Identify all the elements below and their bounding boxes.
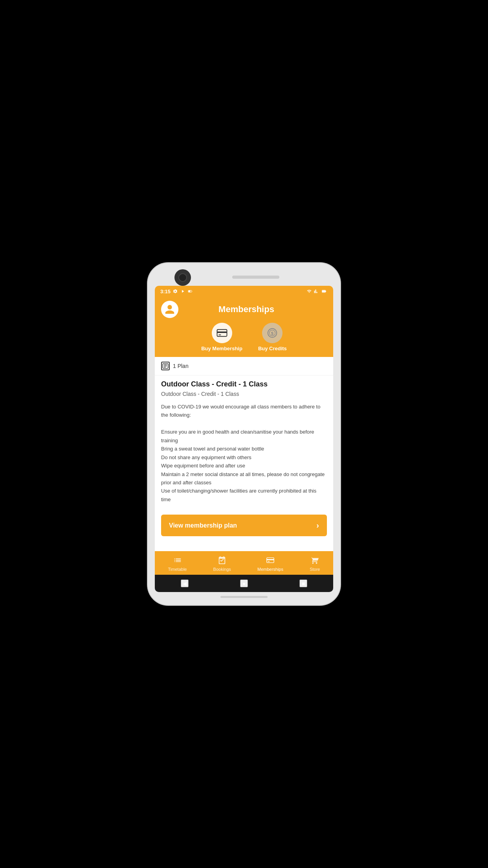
status-bar: 3:15 <box>155 286 333 297</box>
nav-item-bookings[interactable]: Bookings <box>213 555 231 572</box>
buy-membership-label: Buy Membership <box>201 346 242 351</box>
avatar[interactable] <box>161 301 178 318</box>
home-button[interactable]: ● <box>240 579 248 587</box>
recents-button[interactable]: ■ <box>299 579 307 587</box>
view-plan-button-label: View membership plan <box>169 522 237 529</box>
buy-credits-icon-circle: $ <box>262 323 283 343</box>
nav-item-timetable[interactable]: Timetable <box>168 555 187 572</box>
membership-subtitle: Outdoor Class - Credit - 1 Class <box>161 391 327 397</box>
bottom-indicator <box>220 596 268 598</box>
bookings-icon <box>217 555 227 565</box>
header-top: Memberships <box>161 301 327 318</box>
desc-line-5: Maintain a 2 meter social distance at al… <box>161 470 327 487</box>
svg-rect-17 <box>267 559 274 560</box>
desc-line-0: Due to COVID-19 we would encourage all c… <box>161 403 327 419</box>
plan-badge: 1 Plan <box>155 357 333 375</box>
back-button[interactable]: ◀ <box>181 579 189 587</box>
status-time: 3:15 <box>160 289 171 294</box>
nav-item-store[interactable]: Store <box>310 555 320 572</box>
main-content: 1 Plan Outdoor Class - Credit - 1 Class … <box>155 357 333 551</box>
memberships-nav-label: Memberships <box>257 567 283 572</box>
svg-rect-2 <box>189 291 191 292</box>
svg-rect-5 <box>322 291 325 292</box>
view-membership-plan-button[interactable]: View membership plan › <box>161 515 327 536</box>
phone-screen: 3:15 <box>155 286 333 592</box>
svg-rect-18 <box>268 561 270 562</box>
page-header: Memberships Buy Membership <box>155 297 333 357</box>
buy-membership-icon-circle <box>212 323 232 343</box>
buy-membership-button[interactable]: Buy Membership <box>201 323 242 351</box>
status-left: 3:15 <box>160 289 193 294</box>
svg-rect-1 <box>192 291 192 292</box>
desc-line-2: Bring a sweat towel and personal water b… <box>161 445 327 453</box>
plan-count-icon <box>161 362 170 370</box>
svg-text:$: $ <box>271 331 274 336</box>
bottom-navigation: Timetable Bookings Membe <box>155 551 333 575</box>
timetable-icon <box>172 555 183 565</box>
svg-rect-4 <box>326 291 327 292</box>
view-plan-chevron-icon: › <box>316 521 319 530</box>
system-navigation: ◀ ● ■ <box>155 575 333 592</box>
timetable-nav-label: Timetable <box>168 567 187 572</box>
membership-description: Due to COVID-19 we would encourage all c… <box>161 403 327 504</box>
buy-credits-label: Buy Credits <box>258 346 287 351</box>
battery-icon <box>321 289 328 294</box>
svg-rect-8 <box>218 335 221 335</box>
small-battery-icon <box>187 289 193 294</box>
store-icon <box>310 555 320 565</box>
page-title: Memberships <box>183 304 310 314</box>
phone-bottom-bar <box>155 596 333 598</box>
plan-count-label: 1 Plan <box>173 363 189 369</box>
store-nav-label: Store <box>310 567 320 572</box>
nav-item-memberships[interactable]: Memberships <box>257 555 283 572</box>
memberships-icon <box>265 555 275 565</box>
desc-line-3: Do not share any equipment with others <box>161 453 327 462</box>
membership-info: Outdoor Class - Credit - 1 Class Outdoor… <box>155 375 333 508</box>
svg-rect-7 <box>217 331 227 333</box>
status-right <box>306 289 328 294</box>
signal-icon <box>314 289 319 294</box>
play-icon <box>180 289 185 294</box>
phone-top-bar <box>155 270 333 284</box>
desc-line-6: Use of toilet/changing/shower facilities… <box>161 487 327 504</box>
membership-title: Outdoor Class - Credit - 1 Class <box>161 380 327 388</box>
desc-line-1: Ensure you are in good health and clean/… <box>161 428 327 445</box>
phone-frame: 3:15 <box>148 263 340 605</box>
buy-credits-button[interactable]: $ Buy Credits <box>258 323 287 351</box>
phone-camera <box>174 269 191 286</box>
bookings-nav-label: Bookings <box>213 567 231 572</box>
desc-line-4: Wipe equipment before and after use <box>161 462 327 470</box>
phone-speaker <box>232 276 279 279</box>
wifi-icon <box>306 289 312 294</box>
gear-icon <box>172 289 178 294</box>
header-actions: Buy Membership $ Buy Credits <box>161 323 327 351</box>
